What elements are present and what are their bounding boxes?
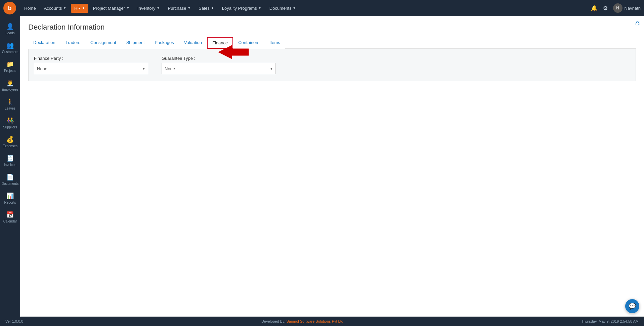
chat-bubble[interactable]: 💬 [625,299,639,313]
expenses-icon: 💰 [6,136,14,143]
footer-timestamp: Thursday, May 9, 2019 2:54:58 AM [582,319,639,323]
suppliers-icon: 👫 [6,117,14,124]
pm-arrow: ▼ [126,6,129,10]
sales-arrow: ▼ [211,6,214,10]
footer-dev-text: Developed By: [261,319,286,323]
tab-containers[interactable]: Containers [233,37,264,49]
calendar-icon: 📅 [6,211,14,218]
leads-icon: 👤 [6,23,14,30]
pur-arrow: ▼ [187,6,190,10]
tab-declaration[interactable]: Declaration [28,37,60,49]
tab-shipment[interactable]: Shipment [121,37,150,49]
top-nav: b Home Accounts ▼ HR ▼ Project Manager ▼… [0,0,644,16]
nav-home[interactable]: Home [21,4,39,13]
sidebar-item-reports[interactable]: 📊 Reports [0,189,20,208]
sidebar-item-customers[interactable]: 👥 Customers [0,38,20,57]
footer-dev-company: Sanmol Software Solutions Pvt Ltd [287,319,343,323]
nav-sales[interactable]: Sales ▼ [195,4,217,13]
sidebar-customers-label: Customers [2,50,18,54]
nav-project-manager[interactable]: Project Manager ▼ [90,4,133,13]
nav-documents[interactable]: Documents ▼ [266,4,299,13]
nav-right: 🔔 ⚙ N Navnath [591,3,641,13]
guarantee-type-select[interactable]: None [162,63,276,74]
sidebar-calendar-label: Calendar [3,219,17,223]
sidebar-employees-label: Employees [2,88,18,91]
user-name: Navnath [625,6,641,11]
nav-accounts[interactable]: Accounts ▼ [41,4,70,13]
finance-party-label: Finance Party : [34,56,148,61]
guarantee-type-label: Guarantee Type : [162,56,276,61]
footer-dev: Developed By: Sanmol Software Solutions … [261,319,343,323]
footer: Ver 1.0.0.0 Developed By: Sanmol Softwar… [0,317,644,326]
sidebar-item-leaves[interactable]: 🚶 Leaves [0,95,20,114]
guarantee-type-select-wrapper: None [162,63,276,74]
tab-finance[interactable]: Finance [207,37,233,49]
employees-icon: 👨‍💼 [6,79,14,87]
sidebar-docs-icon: 📄 [6,173,14,181]
sidebar-item-suppliers[interactable]: 👫 Suppliers [0,114,20,132]
sidebar-item-expenses[interactable]: 💰 Expenses [0,132,20,151]
notification-icon[interactable]: 🔔 [591,5,598,11]
nav-purchase[interactable]: Purchase ▼ [165,4,194,13]
form-row: Finance Party : None Guarantee Type : No… [34,56,630,74]
tab-traders[interactable]: Traders [60,37,85,49]
user-menu[interactable]: N Navnath [613,3,641,13]
inv-arrow: ▼ [157,6,160,10]
settings-icon[interactable]: ⚙ [603,5,608,11]
nav-loyalty[interactable]: Loyality Programs ▼ [219,4,265,13]
sidebar-item-leads[interactable]: 👤 Leads [0,19,20,38]
sidebar-item-employees[interactable]: 👨‍💼 Employees [0,76,20,95]
sidebar-leads-label: Leads [5,31,14,35]
guarantee-type-group: Guarantee Type : None [162,56,276,74]
page-title: Declaration Information [28,23,636,32]
sidebar-item-projects[interactable]: 📁 Projects [0,57,20,76]
leaves-icon: 🚶 [6,98,14,106]
accounts-arrow: ▼ [63,6,66,10]
user-avatar: N [613,3,622,13]
tab-packages[interactable]: Packages [150,37,179,49]
sidebar-leaves-label: Leaves [5,107,15,110]
form-section: Finance Party : None Guarantee Type : No… [28,49,636,81]
footer-version: Ver 1.0.0.0 [5,319,23,323]
print-icon[interactable]: 🖨 [635,19,641,27]
sidebar-reports-label: Reports [4,201,16,204]
finance-party-select[interactable]: None [34,63,148,74]
sidebar-documents-label: Documents [2,182,19,186]
tab-consignment[interactable]: Consignment [85,37,121,49]
loyalty-arrow: ▼ [258,6,261,10]
sidebar: 👤 Leads 👥 Customers 📁 Projects 👨‍💼 Emplo… [0,16,20,317]
tabs-container: Declaration Traders Consignment Shipment… [28,37,636,49]
main-content: Declaration Information 🖨 Declaration Tr… [20,16,644,317]
reports-icon: 📊 [6,192,14,200]
app-logo[interactable]: b [3,2,16,14]
invoices-icon: 🧾 [6,155,14,162]
tab-valuation[interactable]: Valuation [179,37,207,49]
docs-arrow: ▼ [293,6,296,10]
hr-arrow: ▼ [82,6,85,10]
customers-icon: 👥 [6,42,14,49]
nav-items: Home Accounts ▼ HR ▼ Project Manager ▼ I… [21,4,591,13]
sidebar-expenses-label: Expenses [3,144,17,148]
projects-icon: 📁 [6,60,14,68]
finance-party-select-wrapper: None [34,63,148,74]
tab-items[interactable]: Items [264,37,285,49]
sidebar-item-invoices[interactable]: 🧾 Invoices [0,151,20,170]
sidebar-projects-label: Projects [4,69,16,73]
sidebar-item-documents[interactable]: 📄 Documents [0,170,20,189]
nav-hr[interactable]: HR ▼ [71,4,88,13]
nav-inventory[interactable]: Inventory ▼ [134,4,163,13]
sidebar-invoices-label: Invoices [4,163,16,167]
sidebar-item-calendar[interactable]: 📅 Calendar [0,208,20,227]
sidebar-suppliers-label: Suppliers [3,125,17,129]
finance-party-group: Finance Party : None [34,56,148,74]
